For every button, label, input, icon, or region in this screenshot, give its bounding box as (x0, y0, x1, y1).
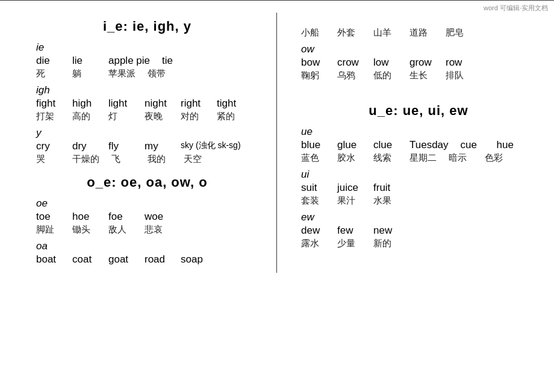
cn-right: 对的 (181, 111, 205, 122)
category-ue: ue (301, 126, 536, 138)
word-dry: dry (72, 140, 96, 152)
word-woe: woe (145, 211, 169, 223)
cn-goat: 山羊 (373, 27, 397, 39)
word-right: right (181, 98, 205, 110)
words-fight-row: fight high light night right tight (36, 98, 258, 110)
word-lie: lie (72, 55, 96, 67)
word-foe: foe (108, 211, 132, 223)
chinese-fight-row: 打架 高的 灯 夜晚 对的 紧的 (36, 111, 258, 122)
word-dew: dew (301, 225, 325, 237)
word-sky: sky (浊化 sk-sg) (181, 140, 241, 152)
cn-woe: 悲哀 (145, 224, 169, 235)
word-boat: boat (36, 254, 60, 266)
cn-blue: 蓝色 (301, 152, 325, 164)
word-row: row (446, 57, 470, 69)
word-tuesday: Tuesday (409, 139, 449, 151)
left-title-1: i_e: ie, igh, y (36, 19, 258, 34)
word-crow: crow (337, 57, 361, 69)
word-apple-pie: apple pie (108, 55, 150, 67)
word-blue: blue (301, 139, 325, 151)
cn-apple-pie: 苹果派 (108, 68, 135, 79)
word-juice: juice (337, 182, 361, 194)
cn-coat: 外套 (337, 27, 361, 39)
chinese-suit-row: 套装 果汁 水果 (301, 195, 536, 207)
chinese-blue-row: 蓝色 胶水 线索 星期二 暗示 色彩 (301, 152, 536, 164)
words-suit-row: suit juice fruit (301, 182, 536, 194)
category-oa: oa (36, 240, 258, 252)
watermark-text: word 可编辑·实用文档 (484, 4, 548, 13)
category-ew: ew (301, 211, 536, 223)
words-bow-row: bow crow low grow row (301, 57, 536, 69)
word-my: my (145, 140, 169, 152)
cn-soap: 肥皂 (446, 27, 470, 39)
cn-glue: 胶水 (337, 152, 361, 164)
word-coat: coat (72, 254, 96, 266)
words-boat-row: boat coat goat road soap (36, 254, 258, 266)
word-cue: cue (461, 139, 485, 151)
cn-crow: 乌鸦 (337, 70, 361, 81)
words-die-row: die lie apple pie tie (36, 55, 258, 67)
category-oe: oe (36, 198, 258, 210)
category-ie: ie (36, 42, 258, 54)
cn-new: 新的 (373, 238, 397, 249)
word-cry: cry (36, 140, 60, 152)
cn-clue: 线索 (373, 152, 397, 164)
cn-grow: 生长 (409, 70, 434, 81)
cn-tuesday: 星期二 (409, 152, 437, 164)
words-blue-row: blue glue clue Tuesday cue hue (301, 139, 536, 151)
word-night: night (145, 98, 169, 110)
word-soap: soap (181, 254, 205, 266)
word-low: low (373, 57, 397, 69)
chinese-boat-row: 小船 外套 山羊 道路 肥皂 (301, 27, 536, 39)
words-dew-row: dew few new (301, 225, 536, 237)
words-toe-row: toe hoe foe woe (36, 211, 258, 223)
right-title: u_e: ue, ui, ew (301, 103, 536, 119)
right-column: 小船 外套 山羊 道路 肥皂 ow bow crow low grow row … (277, 13, 554, 273)
cn-few: 少量 (337, 238, 361, 249)
word-grow: grow (409, 57, 434, 69)
cn-fruit: 水果 (373, 195, 397, 207)
word-bow: bow (301, 57, 325, 69)
word-toe: toe (36, 211, 60, 223)
cn-lie: 躺 (72, 68, 96, 79)
cn-boat: 小船 (301, 27, 325, 39)
word-clue: clue (373, 139, 397, 151)
word-few: few (337, 225, 361, 237)
cn-fly: 飞 (111, 154, 135, 165)
left-title-2: o_e: oe, oa, ow, o (36, 175, 258, 190)
cn-hoe: 锄头 (72, 224, 96, 235)
cn-cue: 暗示 (449, 152, 473, 164)
category-igh: igh (36, 84, 258, 96)
cn-tie: 领带 (148, 68, 172, 79)
word-tie: tie (162, 55, 186, 67)
cn-low: 低的 (373, 70, 397, 81)
cn-toe: 脚趾 (36, 224, 60, 235)
word-fight: fight (36, 98, 60, 110)
cn-row: 排队 (446, 70, 470, 81)
cn-sky: 天空 (184, 154, 208, 165)
cn-suit: 套装 (301, 195, 325, 207)
chinese-toe-row: 脚趾 锄头 敌人 悲哀 (36, 224, 258, 235)
word-new: new (373, 225, 397, 237)
word-suit: suit (301, 182, 325, 194)
chinese-die-row: 死 躺 苹果派 领带 (36, 68, 258, 79)
word-light: light (108, 98, 132, 110)
word-tight: tight (217, 98, 241, 110)
chinese-dew-row: 露水 少量 新的 (301, 238, 536, 249)
word-glue: glue (337, 139, 361, 151)
cn-hue: 色彩 (485, 152, 509, 164)
cn-light: 灯 (108, 111, 132, 122)
word-fruit: fruit (373, 182, 397, 194)
left-column: i_e: ie, igh, y ie die lie apple pie tie… (0, 13, 277, 273)
cn-my: 我的 (148, 154, 172, 165)
word-goat: goat (108, 254, 132, 266)
cn-cry: 哭 (36, 154, 60, 165)
cn-fight: 打架 (36, 111, 60, 122)
word-hue: hue (497, 139, 521, 151)
word-fly: fly (108, 140, 132, 152)
cn-dew: 露水 (301, 238, 325, 249)
cn-tight: 紧的 (217, 111, 241, 122)
chinese-bow-row: 鞠躬 乌鸦 低的 生长 排队 (301, 70, 536, 81)
cn-road: 道路 (409, 27, 434, 39)
cn-dry: 干燥的 (72, 154, 99, 165)
